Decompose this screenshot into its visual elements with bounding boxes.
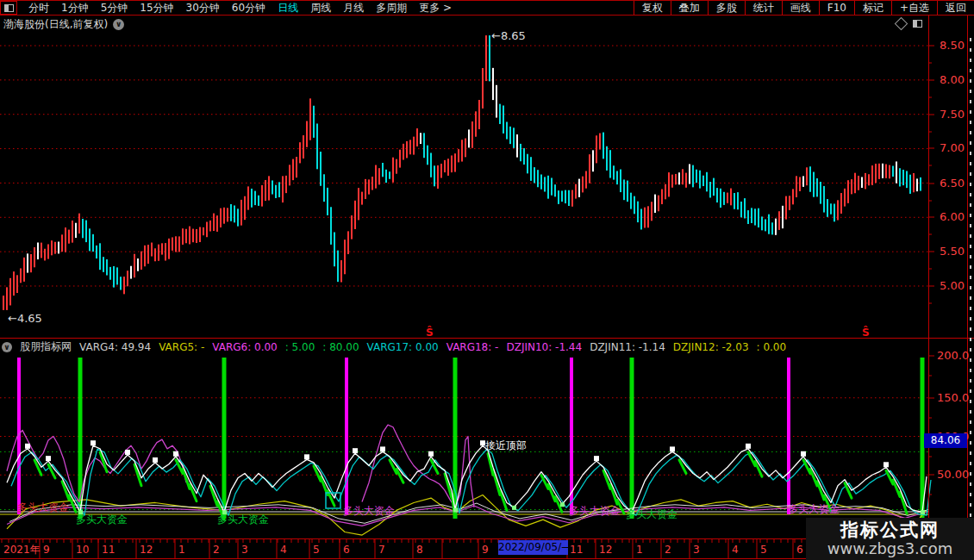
indicator-header-item-4: : 5.00 — [285, 341, 315, 353]
svg-text:6: 6 — [343, 544, 350, 556]
title-bar: 渤海股份(日线,前复权) ∨ — [0, 16, 974, 32]
watermark: 指标公式网 www.zbgs3.com — [806, 518, 974, 560]
svg-text:10: 10 — [76, 544, 89, 556]
svg-text:1: 1 — [178, 544, 185, 556]
svg-text:多头大资金: 多头大资金 — [343, 505, 395, 517]
svg-text:50.00: 50.00 — [937, 468, 969, 481]
svg-text:11: 11 — [570, 544, 583, 556]
svg-text:6.50: 6.50 — [940, 177, 965, 190]
svg-text:12: 12 — [140, 544, 153, 556]
svg-text:7.00: 7.00 — [940, 141, 965, 154]
period-item-1[interactable]: 1分钟 — [55, 0, 95, 16]
toolbar: 分时1分钟5分钟15分钟30分钟60分钟日线周线月线多周期更多 > 复权叠加多股… — [0, 0, 974, 16]
toolbar-button-5[interactable]: F10 — [819, 1, 854, 15]
svg-text:多头大资金: 多头大资金 — [17, 501, 69, 513]
toolbar-button-2[interactable]: 多股 — [708, 1, 745, 15]
toolbar-button-7[interactable]: +自选 — [891, 1, 937, 15]
layout-icon[interactable] — [0, 1, 17, 15]
svg-text:接近顶部: 接近顶部 — [485, 439, 527, 451]
svg-text:2: 2 — [213, 544, 220, 556]
toolbar-button-4[interactable]: 画线 — [782, 1, 819, 15]
period-item-5[interactable]: 60分钟 — [226, 0, 272, 16]
svg-text:5: 5 — [760, 544, 767, 556]
svg-text:多头大资金: 多头大资金 — [626, 508, 677, 520]
svg-text:←4.65: ←4.65 — [8, 312, 42, 325]
indicator-header: ∨ 股朋指标网VARG4: 49.94VARG5: -VARG6: 0.00: … — [0, 339, 927, 354]
svg-text:8: 8 — [416, 544, 423, 556]
indicator-header-item-2: VARG5: - — [159, 341, 204, 353]
svg-text:200.0: 200.0 — [937, 349, 969, 362]
indicator-header-item-5: : 80.00 — [322, 341, 359, 353]
toolbar-button-3[interactable]: 统计 — [745, 1, 782, 15]
period-item-8[interactable]: 月线 — [337, 0, 370, 16]
indicator-header-item-8: DZJIN10: -1.44 — [506, 341, 582, 353]
svg-text:2: 2 — [665, 544, 671, 556]
period-item-6[interactable]: 日线 — [272, 0, 304, 16]
period-item-2[interactable]: 5分钟 — [95, 0, 134, 16]
period-toolbar: 分时1分钟5分钟15分钟30分钟60分钟日线周线月线多周期更多 > — [0, 1, 458, 15]
chart-canvas: ←8.65←4.65ŜŜ多头大资金多头大资金多头大资金多头大资金多头大资金多头大… — [0, 0, 974, 560]
svg-text:1: 1 — [636, 544, 643, 556]
svg-text:5.50: 5.50 — [940, 245, 965, 258]
indicator-header-item-1: VARG4: 49.94 — [79, 341, 151, 353]
indicator-header-item-10: DZJIN12: -2.03 — [673, 341, 749, 353]
svg-text:12: 12 — [599, 544, 612, 556]
svg-text:5.00: 5.00 — [940, 279, 965, 292]
svg-text:6.00: 6.00 — [940, 210, 965, 223]
svg-text:4: 4 — [732, 544, 739, 556]
toolbar-button-6[interactable]: 标记 — [854, 1, 891, 15]
svg-text:多头大资金: 多头大资金 — [217, 513, 269, 526]
svg-text:Ŝ: Ŝ — [862, 326, 870, 339]
stock-title: 渤海股份(日线,前复权) — [3, 17, 108, 32]
svg-text:多头大资金: 多头大资金 — [788, 503, 840, 515]
toolbar-button-8[interactable]: 返回 — [937, 1, 974, 15]
svg-text:8.00: 8.00 — [940, 73, 965, 86]
chevron-down-icon[interactable]: ∨ — [113, 19, 124, 30]
app-window: ←8.65←4.65ŜŜ多头大资金多头大资金多头大资金多头大资金多头大资金多头大… — [0, 0, 974, 560]
svg-text:6: 6 — [796, 544, 803, 556]
svg-text:11: 11 — [102, 544, 115, 556]
period-item-4[interactable]: 30分钟 — [180, 0, 226, 16]
svg-text:3: 3 — [693, 544, 700, 556]
svg-text:8.50: 8.50 — [940, 39, 965, 52]
svg-text:Ŝ: Ŝ — [426, 326, 434, 339]
toolbar-button-0[interactable]: 复权 — [634, 1, 671, 15]
indicator-header-item-11: : 0.00 — [757, 341, 787, 353]
selected-date-badge[interactable]: 2022/09/05/— — [498, 540, 568, 555]
indicator-header-item-0[interactable]: 股朋指标网 — [20, 339, 72, 354]
toolbar-button-1[interactable]: 叠加 — [671, 1, 708, 15]
period-item-10[interactable]: 更多 > — [413, 0, 458, 16]
svg-text:7: 7 — [378, 544, 385, 556]
period-items: 分时1分钟5分钟15分钟30分钟60分钟日线周线月线多周期更多 > — [22, 0, 458, 16]
svg-text:多头大资金: 多头大资金 — [76, 513, 128, 526]
window-split-icon[interactable] — [913, 20, 922, 28]
svg-text:2021年: 2021年 — [3, 544, 41, 556]
svg-text:4: 4 — [280, 544, 287, 556]
svg-text:150.0: 150.0 — [937, 391, 969, 404]
indicator-header-item-9: DZJIN11: -1.14 — [590, 341, 665, 353]
svg-text:5: 5 — [313, 544, 320, 556]
svg-text:9: 9 — [43, 544, 50, 556]
period-item-3[interactable]: 15分钟 — [134, 0, 179, 16]
svg-text:多头大资金: 多头大资金 — [569, 505, 621, 517]
watermark-url: www.zbgs3.com — [827, 540, 953, 557]
indicator-header-item-7: VARG18: - — [446, 341, 499, 353]
diamond-icon[interactable] — [895, 17, 908, 31]
indicator-chevron-icon[interactable]: ∨ — [2, 342, 12, 352]
period-item-9[interactable]: 多周期 — [370, 0, 413, 16]
right-toolbar: 复权叠加多股统计画线F10标记+自选返回 — [634, 1, 974, 15]
period-item-7[interactable]: 周线 — [304, 0, 337, 16]
watermark-title: 指标公式网 — [840, 520, 940, 540]
indicator-header-item-3: VARG6: 0.00 — [212, 341, 278, 353]
period-item-0[interactable]: 分时 — [22, 0, 55, 16]
indicator-last-value-badge: 84.06 — [924, 433, 967, 448]
indicator-header-item-6: VARG17: 0.00 — [367, 341, 439, 353]
svg-text:7.50: 7.50 — [940, 108, 965, 121]
svg-text:9: 9 — [482, 544, 489, 556]
svg-text:3: 3 — [241, 544, 248, 556]
